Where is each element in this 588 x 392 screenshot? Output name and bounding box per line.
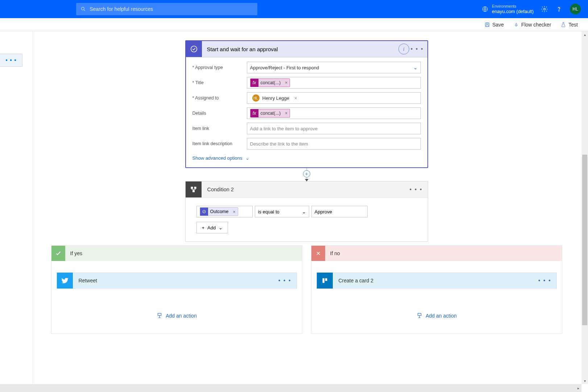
help-icon[interactable]: [555, 5, 563, 13]
condition-left-field[interactable]: Outcome ×: [196, 206, 253, 217]
collapsed-card-stub[interactable]: • • •: [0, 54, 22, 67]
flowchecker-label: Flow checker: [521, 22, 551, 28]
add-condition-button[interactable]: + Add ⌄: [196, 222, 228, 233]
environment-picker[interactable]: Environments enayu.com (default): [482, 4, 534, 15]
svg-rect-17: [418, 313, 421, 315]
trello-action-card[interactable]: Create a card 2 • • •: [316, 273, 557, 289]
trello-icon: [317, 273, 333, 289]
top-header: Environments enayu.com (default) HL: [0, 0, 588, 18]
svg-rect-15: [322, 278, 324, 283]
svg-rect-9: [191, 187, 193, 189]
condition-operator-dropdown[interactable]: is equal to ⌄: [255, 206, 309, 217]
itemlinkdesc-input[interactable]: [247, 138, 421, 150]
info-icon[interactable]: i: [398, 44, 409, 54]
chevron-down-icon: ⌄: [245, 155, 249, 161]
save-label: Save: [492, 22, 504, 28]
condition-card: Condition 2 • • • Outcome × is equal to …: [185, 181, 428, 242]
svg-point-8: [191, 46, 197, 52]
svg-rect-13: [158, 313, 161, 315]
itemlinkdesc-field[interactable]: [250, 141, 418, 147]
fx-token-details[interactable]: fx concat(...) ×: [250, 109, 290, 118]
remove-token-icon[interactable]: ×: [283, 80, 290, 85]
svg-rect-7: [486, 25, 489, 26]
chevron-down-icon: ⌄: [219, 225, 223, 230]
approval-type-label: Approval type: [192, 65, 223, 70]
globe-icon: [482, 6, 488, 12]
action-toolbar: Save Flow checker Test: [0, 18, 588, 31]
scroll-down-icon[interactable]: ▾: [581, 377, 588, 384]
svg-line-1: [84, 10, 85, 11]
remove-token-icon[interactable]: ×: [231, 209, 238, 215]
test-label: Test: [568, 22, 578, 28]
fx-icon: fx: [250, 79, 258, 87]
scroll-right-icon[interactable]: ▸: [575, 384, 581, 392]
approval-card: i • • • Approval type Approve/Reject - F…: [185, 40, 428, 168]
user-avatar[interactable]: HL: [570, 4, 581, 15]
outcome-token[interactable]: Outcome ×: [200, 207, 238, 216]
add-step-button[interactable]: +: [303, 170, 310, 177]
action-menu-dots[interactable]: • • •: [273, 277, 297, 284]
condition-value-field[interactable]: Approve: [311, 206, 368, 217]
condition-menu-dots[interactable]: • • •: [405, 186, 428, 193]
horizontal-scrollbar[interactable]: ▸: [0, 384, 581, 392]
twitter-icon: [57, 273, 73, 289]
svg-point-12: [203, 210, 206, 213]
search-icon: [80, 6, 86, 12]
user-avatar-small: HL: [252, 94, 260, 102]
svg-point-3: [544, 8, 546, 10]
title-input[interactable]: fx concat(...) ×: [247, 77, 421, 89]
add-action-label: Add an action: [426, 313, 457, 319]
env-value: enayu.com (default): [492, 9, 534, 15]
condition-title[interactable]: Condition 2: [202, 187, 405, 192]
svg-rect-11: [192, 190, 195, 192]
details-input[interactable]: fx concat(...) ×: [247, 107, 421, 119]
action-menu-dots[interactable]: • • •: [533, 277, 556, 284]
scrollbar-thumb[interactable]: [582, 155, 587, 325]
search-input[interactable]: [90, 6, 253, 12]
retweet-action-card[interactable]: Retweet • • •: [57, 273, 297, 289]
assigned-input[interactable]: HL Henry Legge ×: [247, 92, 421, 104]
branch-yes-title: If yes: [65, 250, 87, 256]
add-action-no[interactable]: Add an action: [316, 313, 557, 319]
assigned-label: Assigned to: [192, 95, 219, 101]
branch-no-title: If no: [325, 250, 345, 256]
fx-icon: fx: [250, 109, 258, 117]
flowchecker-icon: [513, 22, 519, 28]
chevron-down-icon: ⌄: [302, 209, 306, 215]
save-button[interactable]: Save: [484, 22, 504, 28]
trello-title: Create a card 2: [333, 278, 533, 283]
approval-type-dropdown[interactable]: Approve/Reject - First to respond ⌄: [247, 62, 421, 73]
vertical-scrollbar[interactable]: ▴ ▾: [581, 31, 588, 384]
add-action-icon: [156, 313, 163, 319]
add-action-yes[interactable]: Add an action: [57, 313, 297, 319]
itemlink-input[interactable]: [247, 123, 421, 134]
remove-token-icon[interactable]: ×: [283, 111, 290, 116]
test-button[interactable]: Test: [560, 22, 578, 28]
add-label: Add: [207, 225, 216, 230]
itemlink-label: Item link: [192, 126, 210, 131]
itemlink-field[interactable]: [250, 126, 418, 131]
approval-title-input[interactable]: [202, 41, 395, 57]
show-advanced-label: Show advanced options: [192, 155, 243, 161]
title-label: Title: [192, 80, 204, 85]
svg-point-4: [559, 11, 559, 11]
fx-token-title[interactable]: fx concat(...) ×: [250, 78, 290, 87]
plus-icon: +: [202, 225, 205, 230]
svg-point-0: [82, 7, 84, 10]
branches: If yes Retweet • • • Add an action: [51, 245, 562, 334]
user-token[interactable]: HL Henry Legge ×: [250, 94, 299, 102]
flowchecker-button[interactable]: Flow checker: [513, 22, 551, 28]
scroll-up-icon[interactable]: ▴: [581, 31, 588, 38]
branch-yes: If yes Retweet • • • Add an action: [51, 245, 302, 334]
approval-menu-dots[interactable]: • • •: [411, 46, 424, 52]
user-name: Henry Legge: [262, 95, 289, 101]
retweet-title: Retweet: [73, 278, 273, 283]
settings-icon[interactable]: [541, 5, 548, 13]
approval-step-icon: [186, 41, 202, 57]
save-icon: [484, 22, 490, 28]
show-advanced-link[interactable]: Show advanced options ⌄: [192, 153, 421, 161]
remove-user-icon[interactable]: ×: [294, 95, 297, 101]
search-box[interactable]: [76, 3, 257, 15]
svg-rect-16: [325, 278, 327, 281]
outcome-label: Outcome: [208, 209, 231, 214]
